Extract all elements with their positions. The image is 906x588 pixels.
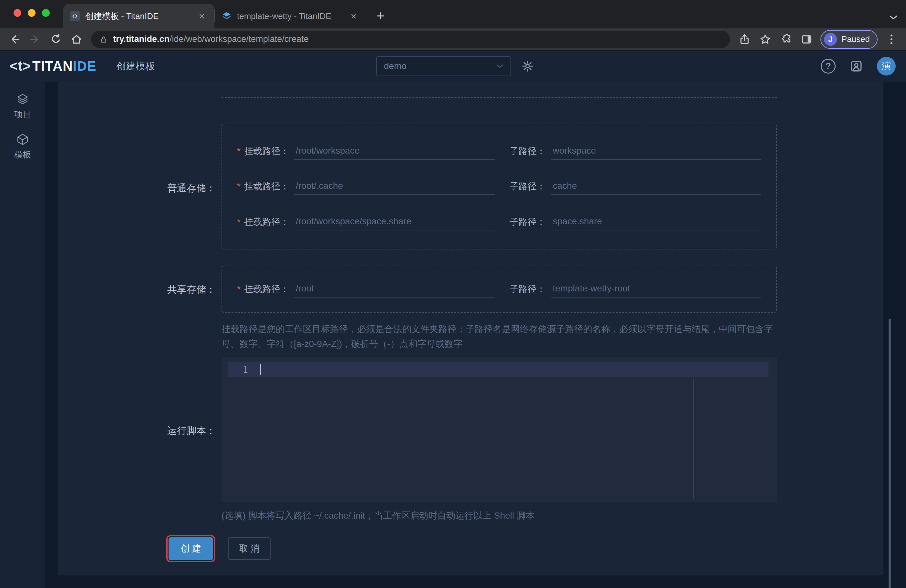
maximize-window-button[interactable]	[42, 9, 50, 17]
storage-row: * 挂载路径： 子路径：	[237, 214, 761, 230]
tab-close-icon[interactable]: ×	[196, 10, 208, 22]
sidebar-item-label: 模板	[14, 149, 31, 160]
mount-path-field	[294, 143, 494, 160]
cube-icon	[16, 133, 29, 146]
browser-tab-template-wetty[interactable]: template-wetty - TitanIDE ×	[215, 4, 366, 29]
tab-search-chevron-icon[interactable]	[889, 15, 898, 20]
app-sidebar: 项目 模板	[0, 82, 45, 588]
mount-path-input[interactable]	[294, 216, 494, 230]
tab-close-icon[interactable]: ×	[348, 10, 360, 22]
tab-title: 创建模板 - TitanIDE	[85, 11, 190, 22]
titanide-app: <t>TITANIDE 创建模板 demo	[0, 51, 906, 588]
editor-cursor	[260, 364, 261, 374]
sub-path-input[interactable]	[551, 284, 761, 297]
mount-path-input[interactable]	[294, 284, 494, 297]
editor-ruler	[693, 379, 694, 499]
extensions-puzzle-icon[interactable]	[777, 30, 795, 49]
url-path: /ide/web/workspace/template/create	[169, 34, 309, 44]
cancel-button[interactable]: 取 消	[228, 537, 271, 560]
home-button[interactable]	[67, 30, 86, 49]
storage-row: * 挂载路径： 子路径：	[237, 281, 761, 298]
app-header: <t>TITANIDE 创建模板 demo	[0, 51, 906, 82]
sub-path-input[interactable]	[551, 145, 761, 159]
page-scrollbar[interactable]	[888, 319, 891, 588]
menu-dots-icon	[890, 35, 892, 44]
logo-main: TITAN	[32, 58, 73, 74]
help-button[interactable]: ?	[821, 59, 836, 73]
sub-path-field	[551, 281, 761, 298]
sub-path-input[interactable]	[551, 181, 761, 194]
sub-path-label: 子路径：	[509, 283, 546, 295]
required-asterisk: *	[237, 146, 244, 156]
editor-line-number: 1	[228, 365, 248, 374]
help-center-button[interactable]	[849, 59, 863, 73]
page-title: 创建模板	[116, 60, 155, 73]
url-host: try.titanide.cn	[113, 34, 169, 44]
mount-path-label: 挂载路径：	[244, 283, 289, 295]
normal-storage-group: * 挂载路径： 子路径： * 挂载路径：	[222, 124, 777, 249]
workspace-select[interactable]: demo	[376, 56, 511, 76]
side-panel-icon[interactable]	[797, 30, 816, 49]
minimize-window-button[interactable]	[28, 9, 35, 17]
traffic-lights	[14, 9, 50, 17]
mount-path-input[interactable]	[294, 181, 494, 194]
storage-row: * 挂载路径： 子路径：	[237, 178, 761, 195]
header-right: ? 演	[821, 51, 896, 82]
required-asterisk: *	[237, 284, 244, 294]
profile-chip[interactable]: J Paused	[820, 30, 877, 49]
mount-path-input[interactable]	[294, 145, 494, 159]
mount-path-label: 挂载路径：	[244, 216, 289, 228]
sub-path-field	[551, 214, 761, 230]
mount-path-field	[294, 214, 494, 230]
storage-row: * 挂载路径： 子路径：	[237, 143, 761, 160]
layers-icon	[16, 92, 29, 105]
sidebar-item-templates[interactable]: 模板	[14, 133, 31, 160]
chevron-down-icon	[496, 64, 503, 69]
sub-path-label: 子路径：	[509, 145, 546, 158]
workspace-settings-button[interactable]	[517, 55, 539, 77]
tabs: 创建模板 - TitanIDE × template-wetty - Titan…	[63, 0, 390, 29]
path-rules-hint: 挂载路径是您的工作区目标路径，必须是合法的文件夹路径；子路径名是网络存储源子路径…	[222, 322, 782, 351]
url-bar[interactable]: try.titanide.cn/ide/web/workspace/templa…	[91, 31, 730, 48]
script-editor[interactable]: 1	[222, 357, 777, 502]
required-asterisk: *	[237, 182, 244, 192]
question-icon: ?	[825, 61, 831, 71]
back-button[interactable]	[5, 30, 24, 49]
titanide-logo: <t>TITANIDE	[10, 58, 97, 74]
mount-path-label: 挂载路径：	[244, 180, 289, 193]
sub-path-input[interactable]	[551, 216, 761, 230]
sub-path-label: 子路径：	[509, 216, 546, 228]
browser-toolbar: try.titanide.cn/ide/web/workspace/templa…	[0, 29, 906, 50]
tab-title: template-wetty - TitanIDE	[237, 11, 342, 21]
create-button[interactable]: 创 建	[169, 537, 213, 560]
profile-avatar: J	[824, 33, 837, 46]
close-window-button[interactable]	[14, 9, 21, 17]
shared-storage-group: * 挂载路径： 子路径：	[222, 266, 777, 313]
mount-path-field	[294, 281, 494, 298]
normal-storage-label: 普通存储：	[119, 182, 216, 195]
lock-icon	[99, 35, 108, 43]
browser-menu-button[interactable]	[882, 30, 901, 49]
profile-status: Paused	[841, 34, 870, 44]
sidebar-item-projects[interactable]: 项目	[14, 92, 31, 120]
mount-path-label: 挂载路径：	[244, 145, 289, 158]
bookmark-star-button[interactable]	[756, 30, 775, 49]
required-asterisk: *	[237, 217, 244, 227]
user-avatar[interactable]: 演	[877, 57, 896, 75]
previous-group-edge	[222, 97, 777, 98]
page-area: 普通存储： * 挂载路径： 子路径： *	[45, 82, 906, 588]
forward-button[interactable]	[26, 30, 45, 49]
run-script-label: 运行脚本：	[119, 424, 216, 438]
layers-favicon-icon	[222, 11, 232, 21]
sub-path-field	[551, 178, 761, 195]
share-button[interactable]	[735, 30, 754, 49]
sub-path-field	[551, 143, 761, 160]
create-template-form: 普通存储： * 挂载路径： 子路径： *	[58, 82, 884, 575]
browser-tab-create-template[interactable]: 创建模板 - TitanIDE ×	[63, 4, 214, 29]
screen: 创建模板 - TitanIDE × template-wetty - Titan…	[0, 0, 906, 588]
reload-button[interactable]	[46, 30, 65, 49]
script-hint: (选填) 脚本将写入路径 ~/.cache/.init，当工作区启动时自动运行以…	[222, 510, 535, 522]
new-tab-button[interactable]: +	[371, 6, 390, 25]
editor-active-line: 1	[228, 362, 769, 377]
shared-storage-label: 共享存储：	[119, 283, 216, 296]
